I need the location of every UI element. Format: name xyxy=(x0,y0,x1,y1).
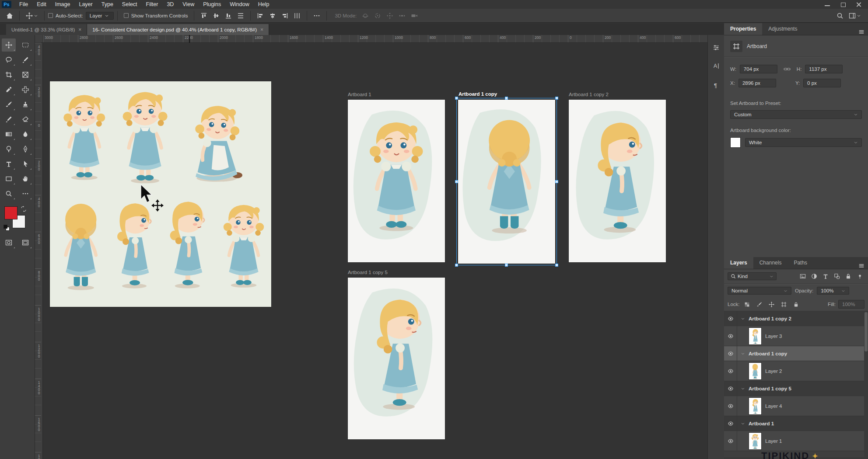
lock-all-icon[interactable] xyxy=(791,300,801,309)
width-field[interactable]: 704 px xyxy=(740,65,777,73)
selection-handle[interactable] xyxy=(555,180,558,183)
hand-tool[interactable] xyxy=(18,172,32,185)
lasso-tool[interactable] xyxy=(2,53,16,66)
tab-adjustments[interactable]: Adjustments xyxy=(762,23,803,35)
align-top-icon[interactable] xyxy=(198,11,210,21)
selection-handle[interactable] xyxy=(505,97,508,100)
artboard-label-1[interactable]: Artboard 1 xyxy=(348,92,371,99)
align-center-icon[interactable] xyxy=(266,11,279,21)
align-left-icon[interactable] xyxy=(254,11,266,21)
tab-paths[interactable]: Paths xyxy=(788,257,813,269)
healing-brush-tool[interactable] xyxy=(18,83,32,96)
lock-image-pixels-icon[interactable] xyxy=(755,300,764,309)
pen-tool[interactable] xyxy=(18,143,32,156)
artboard-label-1-copy-2[interactable]: Artboard 1 copy 2 xyxy=(569,92,609,99)
layer-row-layer-3[interactable]: Layer 3 xyxy=(724,326,868,346)
menu-edit[interactable]: Edit xyxy=(32,0,51,8)
foreground-color-swatch[interactable] xyxy=(4,206,18,219)
layer-row-artboard-1[interactable]: Artboard 1 xyxy=(724,416,868,431)
selection-handle[interactable] xyxy=(505,264,508,267)
panel-menu-icon[interactable] xyxy=(858,29,864,35)
screen-mode-icon[interactable] xyxy=(18,236,32,249)
align-bottom-icon[interactable] xyxy=(222,11,234,21)
selection-handle[interactable] xyxy=(555,264,558,267)
brush-settings-panel-icon[interactable] xyxy=(711,42,721,53)
restore-icon[interactable] xyxy=(840,2,846,7)
x-position-field[interactable]: 2896 px xyxy=(738,79,776,87)
quick-mask-icon[interactable] xyxy=(2,236,16,249)
menu-select[interactable]: Select xyxy=(118,0,142,8)
layer-row-artboard-1-copy-2[interactable]: Artboard 1 copy 2 xyxy=(724,311,868,326)
selection-handle[interactable] xyxy=(455,180,458,183)
frame-tool[interactable] xyxy=(18,68,32,81)
visibility-eye-icon[interactable] xyxy=(724,416,737,431)
marquee-tool[interactable] xyxy=(18,38,32,52)
move-tool-icon[interactable] xyxy=(23,11,41,21)
visibility-eye-icon[interactable] xyxy=(724,396,737,416)
panel-menu-icon[interactable] xyxy=(858,263,864,269)
filter-pixel-layers-icon[interactable] xyxy=(798,272,808,281)
align-right-icon[interactable] xyxy=(279,11,291,21)
layer-thumbnail[interactable] xyxy=(749,327,762,345)
lock-transparent-pixels-icon[interactable] xyxy=(742,300,752,309)
tab-close-icon[interactable]: × xyxy=(78,27,81,33)
mixer-brush-tool[interactable] xyxy=(2,113,16,126)
ruler-origin-corner[interactable] xyxy=(35,35,43,43)
menu-layer[interactable]: Layer xyxy=(74,0,97,8)
eyedropper-tool[interactable] xyxy=(2,83,16,96)
home-icon[interactable] xyxy=(4,11,16,21)
layer-filter-kind-dropdown[interactable]: Kind xyxy=(728,272,777,280)
layer-row-layer-2[interactable]: Layer 2 xyxy=(724,361,868,381)
menu-file[interactable]: File xyxy=(15,0,32,8)
brush-tool[interactable] xyxy=(2,98,16,111)
artboard-label-1-copy-5[interactable]: Artboard 1 copy 5 xyxy=(348,270,388,277)
chevron-down-icon[interactable] xyxy=(741,386,745,391)
align-middle-icon[interactable] xyxy=(210,11,222,21)
selection-handle[interactable] xyxy=(555,97,558,100)
move-tool[interactable] xyxy=(2,38,16,52)
visibility-eye-icon[interactable] xyxy=(724,361,737,381)
auto-select-checkbox[interactable] xyxy=(48,13,53,18)
paragraph-panel-icon[interactable] xyxy=(711,80,721,90)
layers-scrollbar[interactable] xyxy=(864,311,868,457)
layer-thumbnail[interactable] xyxy=(749,362,762,380)
y-position-field[interactable]: 0 px xyxy=(803,79,841,87)
tab-channels[interactable]: Channels xyxy=(753,257,788,269)
layer-thumbnail[interactable] xyxy=(749,432,762,450)
filter-toggle-icon[interactable] xyxy=(855,272,864,281)
filter-adjustment-layers-icon[interactable] xyxy=(809,272,819,281)
menu-window[interactable]: Window xyxy=(225,0,253,8)
layer-row-artboard-1-copy-5[interactable]: Artboard 1 copy 5 xyxy=(724,381,868,396)
chevron-down-icon[interactable] xyxy=(741,351,745,356)
search-icon[interactable] xyxy=(834,11,846,21)
horizontal-ruler[interactable]: 3000 2800 2600 2400 2200 2000 1800 1600 … xyxy=(43,35,707,43)
distribute-vertical-icon[interactable] xyxy=(234,11,247,21)
minimize-icon[interactable] xyxy=(824,2,830,7)
selection-handle[interactable] xyxy=(455,97,458,100)
tab-close-icon[interactable]: × xyxy=(260,27,263,33)
more-tools-icon[interactable] xyxy=(18,187,32,200)
visibility-eye-icon[interactable] xyxy=(724,346,737,361)
menu-view[interactable]: View xyxy=(178,0,199,8)
menu-help[interactable]: Help xyxy=(254,0,274,8)
layer-row-layer-1[interactable]: Layer 1 xyxy=(724,431,868,451)
artboard-label-1-copy[interactable]: Artboard 1 copy xyxy=(458,91,497,98)
distribute-horizontal-icon[interactable] xyxy=(291,11,303,21)
layer-thumbnail[interactable] xyxy=(749,397,762,415)
menu-type[interactable]: Type xyxy=(97,0,118,8)
opacity-dropdown[interactable]: 100% xyxy=(817,287,849,295)
dodge-tool[interactable] xyxy=(2,143,16,156)
menu-plugins[interactable]: Plugins xyxy=(199,0,225,8)
document-tab-character-design[interactable]: 16- Consistent Character design.psd @ 40… xyxy=(87,24,269,35)
show-transform-checkbox[interactable] xyxy=(124,13,129,18)
visibility-eye-icon[interactable] xyxy=(724,381,737,396)
workspace-switcher-icon[interactable] xyxy=(846,11,864,21)
type-tool[interactable] xyxy=(2,157,16,170)
rectangle-tool[interactable] xyxy=(2,172,16,185)
more-align-options-icon[interactable] xyxy=(311,11,323,21)
close-icon[interactable] xyxy=(856,2,862,7)
visibility-eye-icon[interactable] xyxy=(724,431,737,451)
eraser-tool[interactable] xyxy=(18,113,32,126)
visibility-eye-icon[interactable] xyxy=(724,326,737,346)
layer-row-artboard-1-copy[interactable]: Artboard 1 copy xyxy=(724,346,868,361)
